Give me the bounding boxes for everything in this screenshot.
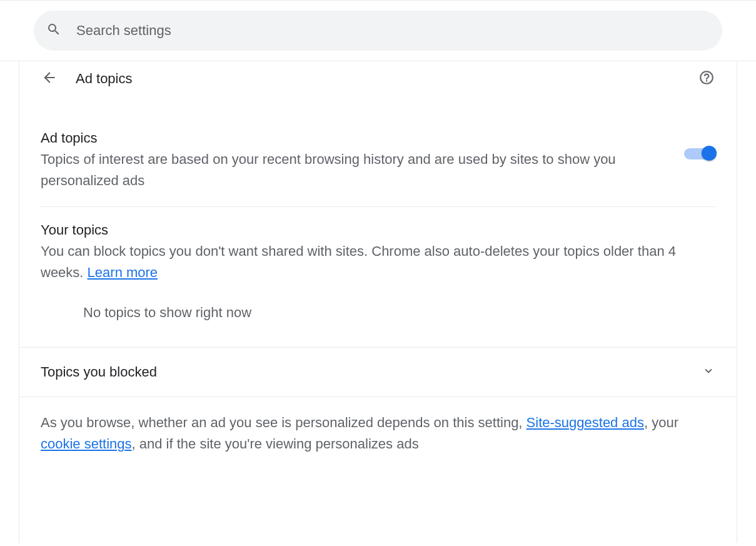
cookie-settings-link[interactable]: cookie settings (41, 436, 132, 452)
search-container[interactable] (34, 11, 722, 51)
your-topics-description: You can block topics you don't want shar… (41, 241, 715, 283)
footer-text: As you browse, whether an ad you see is … (19, 397, 737, 470)
footer-text-1: As you browse, whether an ad you see is … (41, 415, 527, 430)
topics-you-blocked-title: Topics you blocked (41, 364, 702, 380)
site-suggested-ads-link[interactable]: Site-suggested ads (527, 415, 644, 430)
chevron-down-icon (702, 364, 715, 380)
help-icon (698, 69, 715, 88)
back-button[interactable] (41, 70, 58, 88)
topics-empty-state: No topics to show right now (41, 283, 715, 330)
panel-header: Ad topics (19, 61, 737, 96)
ad-topics-toggle[interactable] (684, 148, 715, 160)
help-button[interactable] (698, 70, 715, 88)
arrow-left-icon (41, 69, 58, 88)
footer-text-3: , and if the site you're viewing persona… (132, 436, 419, 452)
your-topics-section: Your topics You can block topics you don… (19, 207, 737, 330)
ad-topics-title: Ad topics (41, 130, 669, 146)
settings-panel: Ad topics Ad topics Topics of interest a… (19, 61, 737, 543)
learn-more-link[interactable]: Learn more (88, 265, 158, 280)
search-input[interactable] (76, 23, 710, 39)
footer-text-2: , your (644, 415, 678, 430)
your-topics-title: Your topics (41, 222, 715, 238)
page-title: Ad topics (76, 71, 133, 87)
settings-search-bar (0, 0, 756, 61)
ad-topics-description: Topics of interest are based on your rec… (41, 149, 669, 191)
topics-you-blocked-row[interactable]: Topics you blocked (19, 347, 737, 397)
ad-topics-section: Ad topics Topics of interest are based o… (19, 130, 737, 206)
search-icon (46, 22, 61, 39)
